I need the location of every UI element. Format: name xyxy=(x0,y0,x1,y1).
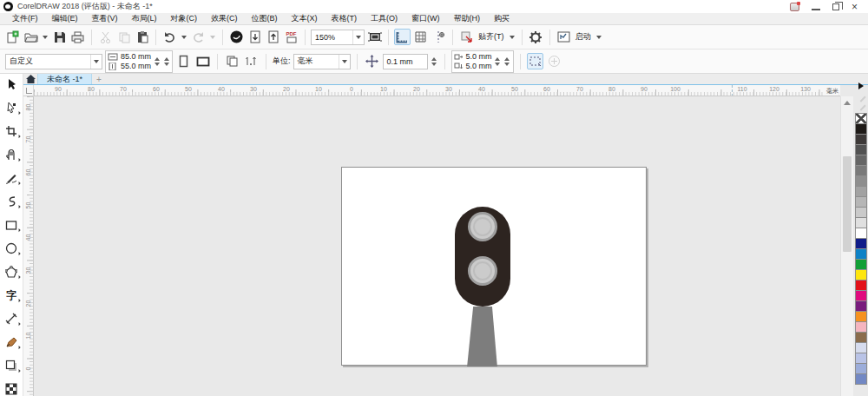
duplicate-y-field[interactable]: 5.0 mm xyxy=(466,62,492,70)
launch-dropdown-icon[interactable] xyxy=(596,36,602,39)
duplicate-y-spinner[interactable] xyxy=(503,54,511,69)
minimize-button[interactable] xyxy=(812,3,820,10)
menu-item[interactable]: 查看(V) xyxy=(85,13,125,24)
pick-tool[interactable] xyxy=(3,76,20,92)
freehand-tool[interactable] xyxy=(3,170,20,186)
units-combo[interactable]: 毫米 xyxy=(293,54,351,69)
duplicate-x-field[interactable]: 5.0 mm xyxy=(466,52,492,61)
fullscreen-preview-icon[interactable] xyxy=(366,29,383,45)
close-button[interactable]: × xyxy=(852,3,858,11)
show-rulers-icon[interactable] xyxy=(394,29,411,45)
restore-button[interactable] xyxy=(832,3,839,10)
palette-flyout-icon[interactable] xyxy=(858,82,864,89)
vertical-ruler[interactable]: 8070605040302010010 xyxy=(23,96,34,396)
snap-dropdown-icon[interactable] xyxy=(510,36,515,39)
nudge-distance-field[interactable]: 0.1 mm xyxy=(383,54,428,69)
menu-item[interactable]: 对象(C) xyxy=(164,13,205,24)
menu-item[interactable]: 布局(L) xyxy=(125,13,164,24)
open-dropdown-icon[interactable] xyxy=(43,36,48,39)
page-height-icon xyxy=(108,63,118,70)
launch-button[interactable]: 启动 xyxy=(574,31,593,43)
page-size-dropdown-icon[interactable] xyxy=(90,55,102,69)
shape-tool[interactable] xyxy=(3,100,20,116)
show-grid-icon[interactable] xyxy=(412,29,429,45)
menu-item[interactable]: 文件(F) xyxy=(5,13,45,24)
open-icon[interactable] xyxy=(23,29,39,45)
menu-item[interactable]: 表格(T) xyxy=(325,13,365,24)
new-tab-button[interactable]: + xyxy=(92,74,106,84)
vertical-scrollbar[interactable] xyxy=(840,96,853,396)
launch-icon[interactable] xyxy=(556,29,572,45)
signal-light-top[interactable] xyxy=(468,212,497,241)
flyout-caret xyxy=(15,180,20,185)
current-page-button[interactable] xyxy=(243,53,260,69)
signal-light-bottom[interactable] xyxy=(468,256,497,286)
pan-tool[interactable] xyxy=(3,147,20,162)
scrollbar-thumb[interactable] xyxy=(843,156,852,252)
portrait-orientation-button[interactable] xyxy=(175,53,192,69)
account-icon[interactable] xyxy=(790,3,799,11)
ruler-label: 10 xyxy=(25,332,31,340)
menu-item[interactable]: 工具(O) xyxy=(364,13,404,24)
save-icon[interactable] xyxy=(51,29,68,45)
horizontal-ruler[interactable]: 毫米 9080706050403020100102030405060708090… xyxy=(34,85,840,96)
options-gear-icon[interactable] xyxy=(528,29,544,45)
color-swatch[interactable] xyxy=(855,373,867,385)
zoom-level-combo[interactable]: 150% xyxy=(311,30,365,45)
page-height-field[interactable]: 55.0 mm xyxy=(121,62,151,70)
import-icon[interactable] xyxy=(247,29,263,45)
undo-icon[interactable] xyxy=(161,29,178,45)
snap-to-button[interactable]: 贴齐(T) xyxy=(477,31,506,43)
ruler-origin-corner[interactable] xyxy=(23,85,34,96)
export-icon[interactable] xyxy=(265,29,281,45)
menu-item[interactable]: 文本(X) xyxy=(285,13,325,24)
menu-item[interactable]: 编辑(E) xyxy=(45,13,85,24)
zoom-dropdown-icon[interactable] xyxy=(352,30,364,44)
canvas[interactable] xyxy=(34,96,840,396)
print-icon[interactable] xyxy=(69,29,86,45)
polygon-tool[interactable] xyxy=(3,264,20,280)
menu-item[interactable]: 购买 xyxy=(487,13,516,24)
text-tool[interactable]: 字 xyxy=(3,287,20,303)
nudge-spinner[interactable] xyxy=(431,54,438,69)
drop-shadow-tool[interactable] xyxy=(3,358,20,373)
menu-item[interactable]: 位图(B) xyxy=(245,13,285,24)
menu-item[interactable]: 帮助(H) xyxy=(447,13,488,24)
connector-tool[interactable] xyxy=(3,334,20,350)
treat-as-filled-button[interactable] xyxy=(527,53,543,69)
document-tab[interactable]: 未命名 -1* xyxy=(37,74,92,84)
duplicate-x-spinner[interactable] xyxy=(494,54,502,69)
page-width-field[interactable]: 85.0 mm xyxy=(121,52,151,61)
dimension-tool[interactable] xyxy=(3,311,20,327)
ruler-label: 40 xyxy=(25,234,31,242)
ellipse-tool[interactable] xyxy=(3,241,20,256)
undo-dropdown-icon[interactable] xyxy=(181,36,187,39)
crop-tool[interactable] xyxy=(3,123,20,139)
drawing-page[interactable] xyxy=(341,167,647,366)
welcome-screen-icon[interactable] xyxy=(228,29,245,45)
transparency-tool[interactable] xyxy=(3,381,20,396)
page-width-spinner[interactable] xyxy=(153,54,161,69)
palette-decor-icon xyxy=(856,101,865,110)
signal-body-shape[interactable] xyxy=(455,207,510,307)
document-tab-bar: 未命名 -1* + xyxy=(23,74,868,85)
paste-icon[interactable] xyxy=(134,29,150,45)
menu-item[interactable]: 效果(C) xyxy=(204,13,245,24)
show-guidelines-icon[interactable] xyxy=(431,29,447,45)
menu-item[interactable]: 窗口(W) xyxy=(404,13,447,24)
ruler-label: 80 xyxy=(25,103,31,112)
page-size-combo[interactable]: 自定义 xyxy=(5,54,102,69)
landscape-orientation-button[interactable] xyxy=(194,53,211,69)
rectangle-tool[interactable] xyxy=(3,217,20,233)
units-dropdown-icon[interactable] xyxy=(339,55,350,69)
bezier-tool[interactable] xyxy=(3,194,20,209)
zoom-level-value: 150% xyxy=(312,33,352,42)
scroll-up-icon[interactable] xyxy=(844,101,851,105)
new-document-icon[interactable] xyxy=(4,29,21,45)
home-icon[interactable] xyxy=(23,74,37,84)
all-pages-button[interactable] xyxy=(224,53,240,69)
signal-stem-shape[interactable] xyxy=(466,307,498,366)
page-height-spinner[interactable] xyxy=(162,54,170,69)
snap-indicator-icon[interactable] xyxy=(458,29,475,45)
publish-pdf-icon[interactable]: PDF xyxy=(283,29,299,45)
